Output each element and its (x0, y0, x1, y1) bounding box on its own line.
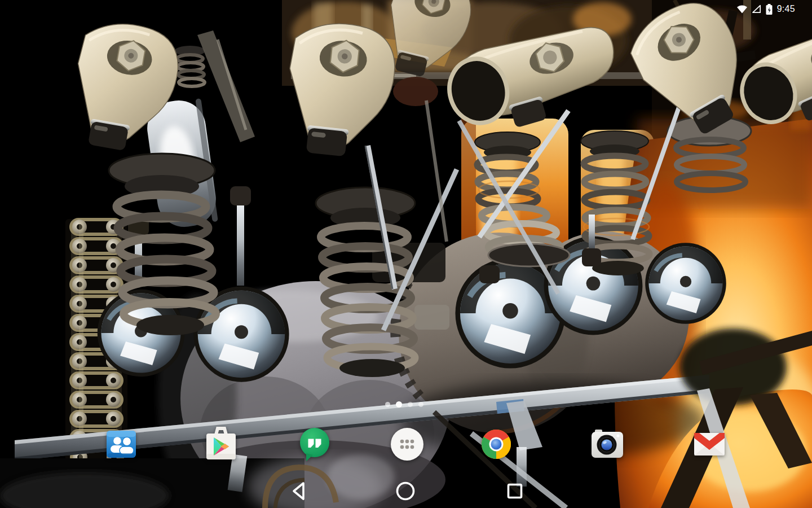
status-bar[interactable]: 9:45 (736, 0, 812, 18)
page-indicator (385, 401, 423, 408)
recents-button[interactable] (504, 480, 526, 502)
app-drawer-button[interactable] (389, 426, 425, 462)
app-icon-chrome[interactable] (478, 426, 514, 462)
app-icon-gmail[interactable] (691, 426, 727, 462)
page-dot (385, 402, 390, 407)
app-icon-camera[interactable] (589, 426, 625, 462)
home-button[interactable] (394, 480, 417, 502)
battery-charging-icon (765, 3, 773, 15)
page-dot (408, 402, 413, 407)
back-icon (288, 480, 311, 502)
lower-machinery (0, 454, 395, 508)
wifi-icon (736, 5, 748, 14)
page-dot (418, 402, 423, 407)
app-icon-people[interactable] (103, 426, 139, 462)
app-icon-play-store[interactable] (203, 426, 239, 462)
cell-signal-empty-icon (752, 5, 761, 14)
page-dot-active (396, 401, 402, 408)
android-home-screen: 9:45 (0, 0, 812, 508)
back-button[interactable] (288, 480, 311, 502)
clock: 9:45 (777, 4, 795, 14)
home-icon (394, 480, 417, 502)
recents-icon (504, 480, 526, 502)
app-icon-hangouts[interactable] (297, 426, 333, 462)
